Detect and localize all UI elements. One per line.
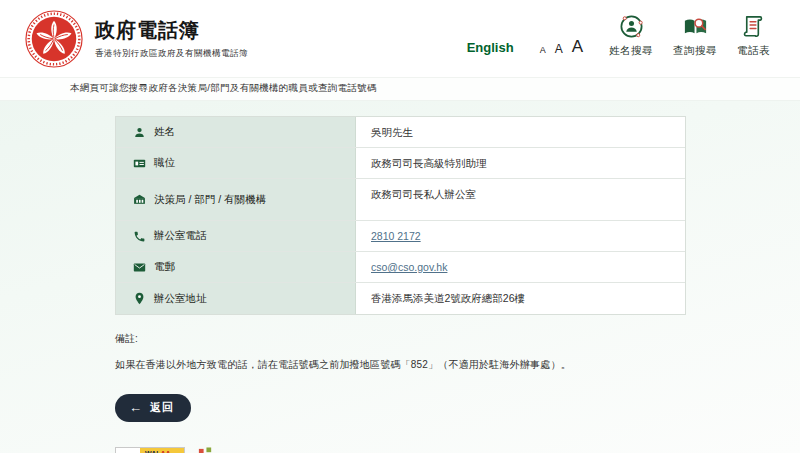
row-label: 決策局 / 部門 / 有關機構 bbox=[154, 193, 266, 207]
hksar-emblem-logo bbox=[25, 10, 83, 68]
title-block: 政府電話簿 香港特別行政區政府及有關機構電話簿 bbox=[95, 17, 248, 60]
nav-name-search[interactable]: 姓名搜尋 bbox=[609, 13, 653, 58]
web-for-all-badge[interactable]: 無障礙網頁 Web For All bbox=[197, 447, 280, 453]
row-label: 辦公室地址 bbox=[154, 292, 207, 306]
back-arrow-icon: ← bbox=[129, 401, 143, 414]
row-value-bureau: 政務司司長私人辦公室 bbox=[356, 179, 685, 220]
row-label-cell: 辦公室電話 bbox=[116, 221, 356, 251]
phone-number-link[interactable]: 2810 2172 bbox=[371, 230, 421, 242]
table-row-office-address: 辦公室地址 香港添馬添美道2號政府總部26樓 bbox=[116, 283, 685, 314]
nav-name-search-label: 姓名搜尋 bbox=[609, 44, 653, 58]
email-link[interactable]: cso@cso.gov.hk bbox=[371, 261, 447, 273]
page: 政府電話簿 香港特別行政區政府及有關機構電話簿 English A A A bbox=[0, 0, 800, 453]
font-size-medium-button[interactable]: A bbox=[555, 43, 563, 55]
row-label-cell: 決策局 / 部門 / 有關機構 bbox=[116, 179, 356, 220]
person-icon bbox=[133, 126, 146, 139]
back-button[interactable]: ← 返回 bbox=[115, 394, 191, 422]
row-label: 辦公室電話 bbox=[154, 229, 207, 243]
row-label-cell: 辦公室地址 bbox=[116, 283, 356, 314]
row-value-office-address: 香港添馬添美道2號政府總部26樓 bbox=[356, 283, 685, 314]
person-search-icon bbox=[618, 13, 645, 40]
row-label-cell: 姓名 bbox=[116, 117, 356, 147]
location-icon bbox=[133, 292, 146, 305]
row-value-name: 吳明先生 bbox=[356, 117, 685, 147]
table-row-office-phone: 辦公室電話 2810 2172 bbox=[116, 221, 685, 252]
nav-enquiry-search[interactable]: 查詢搜尋 bbox=[673, 13, 717, 58]
row-value-office-phone: 2810 2172 bbox=[356, 221, 685, 251]
main-content: 姓名 吳明先生 職位 政務司司長高級特別助理 決策局 / bbox=[0, 101, 800, 453]
font-size-large-button[interactable]: A bbox=[572, 38, 583, 55]
w3c-logo: W3C bbox=[116, 448, 140, 453]
table-row-name: 姓名 吳明先生 bbox=[116, 117, 685, 148]
table-row-email: 電郵 cso@cso.gov.hk bbox=[116, 252, 685, 283]
page-title: 政府電話簿 bbox=[95, 17, 248, 44]
header: 政府電話簿 香港特別行政區政府及有關機構電話簿 English A A A bbox=[0, 0, 800, 78]
contact-detail-table: 姓名 吳明先生 職位 政務司司長高級特別助理 決策局 / bbox=[115, 116, 686, 315]
header-nav: English A A A bbox=[467, 13, 770, 64]
language-toggle-english[interactable]: English bbox=[467, 40, 514, 58]
id-badge-icon bbox=[133, 157, 146, 170]
row-label-cell: 電郵 bbox=[116, 252, 356, 282]
footer-badges: W3C WAI-AA WCAG 2.0 bbox=[115, 447, 800, 453]
row-label: 姓名 bbox=[154, 125, 175, 139]
email-icon bbox=[133, 261, 146, 274]
font-size-controls: A A A bbox=[540, 38, 583, 58]
row-value-email: cso@cso.gov.hk bbox=[356, 252, 685, 282]
page-subtitle: 香港特別行政區政府及有關機構電話簿 bbox=[95, 48, 248, 60]
back-button-label: 返回 bbox=[150, 400, 174, 415]
row-label: 電郵 bbox=[154, 260, 175, 274]
nav-phone-list-label: 電話表 bbox=[737, 44, 770, 58]
nav-enquiry-search-label: 查詢搜尋 bbox=[673, 44, 717, 58]
wcag-badge-text: WAI-AA WCAG 2.0 bbox=[140, 448, 184, 453]
phone-list-icon bbox=[740, 13, 767, 40]
row-label: 職位 bbox=[154, 156, 175, 170]
remarks-title: 備註: bbox=[115, 332, 800, 346]
phone-icon bbox=[133, 230, 146, 243]
row-value-position: 政務司司長高級特別助理 bbox=[356, 148, 685, 178]
web-for-all-icon bbox=[197, 447, 231, 453]
nav-group: 姓名搜尋 查詢搜尋 bbox=[609, 13, 770, 58]
intro-banner: 本網頁可讓您搜尋政府各決策局/部門及有關機構的職員或查詢電話號碼 bbox=[0, 78, 800, 101]
font-size-small-button[interactable]: A bbox=[540, 46, 546, 55]
book-search-icon bbox=[682, 13, 709, 40]
nav-phone-list[interactable]: 電話表 bbox=[737, 13, 770, 58]
wcag-aa-badge[interactable]: W3C WAI-AA WCAG 2.0 bbox=[115, 447, 185, 453]
remarks-note: 如果在香港以外地方致電的話，請在電話號碼之前加撥地區號碼「852」（不適用於駐海… bbox=[115, 358, 800, 372]
row-label-cell: 職位 bbox=[116, 148, 356, 178]
table-row-bureau: 決策局 / 部門 / 有關機構 政務司司長私人辦公室 bbox=[116, 179, 685, 221]
table-row-position: 職位 政務司司長高級特別助理 bbox=[116, 148, 685, 179]
building-icon bbox=[133, 193, 146, 206]
